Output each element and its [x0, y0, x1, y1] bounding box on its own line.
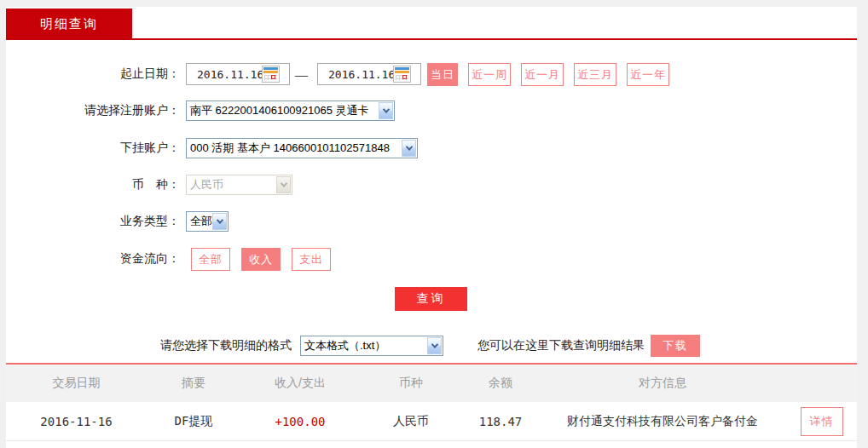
start-date-input[interactable] [187, 68, 262, 81]
chevron-down-icon [379, 102, 393, 119]
row-amount: +100.00 [240, 415, 360, 428]
fund-flow-all-button[interactable]: 全部 [191, 248, 230, 271]
end-date-field[interactable] [317, 63, 421, 85]
header-counterparty: 对方信息 [539, 376, 786, 391]
currency-select: 人民币 [186, 175, 292, 195]
quick-range-today-button[interactable]: 当日 [427, 63, 458, 86]
download-format-value: 文本格式（.txt） [304, 338, 385, 353]
download-row: 请您选择下载明细的格式 文本格式（.txt） 您可以在这里下载查询明细结果 下载 [6, 334, 857, 357]
fund-flow-expense-button[interactable]: 支出 [292, 248, 331, 271]
register-account-label: 请选择注册账户： [6, 103, 180, 118]
tab-underline [6, 38, 857, 40]
currency-label: 币 种： [6, 177, 180, 192]
query-row: 查询 [6, 287, 857, 311]
sub-account-label: 下挂账户： [6, 141, 180, 156]
fund-flow-income-button[interactable]: 收入 [241, 248, 281, 271]
download-format-label: 请您选择下载明细的格式 [160, 338, 292, 353]
business-type-value: 全部 [190, 214, 212, 229]
header-date: 交易日期 [6, 376, 147, 391]
header-currency: 币种 [360, 376, 462, 391]
chevron-down-icon [276, 176, 291, 193]
end-date-input[interactable] [318, 68, 393, 81]
header-in-out: 收入/支出 [240, 376, 360, 391]
date-range-row: 起止日期： — 当日 近一周 近一月 近三月 近一年 [6, 62, 857, 86]
quick-range-quarter-button[interactable]: 近三月 [574, 63, 616, 86]
register-account-select[interactable]: 南平 6222001406100921065 灵通卡 [186, 101, 395, 121]
table-header-row: 交易日期 摘要 收入/支出 币种 余额 对方信息 [6, 365, 857, 402]
start-date-field[interactable] [186, 63, 290, 85]
register-account-row: 请选择注册账户： 南平 6222001406100921065 灵通卡 [6, 101, 857, 121]
row-balance: 118.47 [462, 415, 539, 428]
business-type-row: 业务类型： 全部 [6, 211, 857, 232]
row-summary: DF提现 [147, 414, 240, 429]
download-hint: 您可以在这里下载查询明细结果 [477, 338, 645, 353]
currency-row: 币 种： 人民币 [6, 175, 857, 195]
row-counterparty: 财付通支付科技有限公司客户备付金 [539, 414, 786, 429]
quick-range-year-button[interactable]: 近一年 [627, 63, 669, 86]
row-date: 2016-11-16 [6, 415, 147, 428]
sub-account-row: 下挂账户： 000 活期 基本户 1406600101102571848 [6, 138, 857, 158]
calendar-icon[interactable] [393, 66, 411, 83]
date-range-label: 起止日期： [6, 66, 180, 82]
row-actions: 详情 [786, 407, 857, 436]
chevron-down-icon [427, 337, 442, 354]
query-button[interactable]: 查询 [395, 287, 467, 311]
sub-account-select[interactable]: 000 活期 基本户 1406600101102571848 [186, 138, 418, 158]
detail-query-page: 明细查询 起止日期： — 当日 近一周 近一月 近三月 近一年 请选择注册账户：… [0, 0, 868, 448]
register-account-value: 南平 6222001406100921065 灵通卡 [190, 103, 369, 118]
quick-range-week-button[interactable]: 近一周 [468, 63, 511, 86]
fund-flow-label: 资金流向： [6, 251, 180, 267]
download-button[interactable]: 下载 [651, 335, 700, 357]
detail-button[interactable]: 详情 [801, 407, 843, 436]
chevron-down-icon [212, 213, 227, 230]
download-format-select[interactable]: 文本格式（.txt） [300, 336, 443, 356]
row-currency: 人民币 [360, 414, 462, 429]
table-row: 2016-11-16 DF提现 +100.00 人民币 118.47 财付通支付… [6, 402, 857, 441]
calendar-icon[interactable] [262, 66, 280, 83]
quick-range-month-button[interactable]: 近一月 [521, 63, 564, 86]
tab-detail-query[interactable]: 明细查询 [6, 9, 132, 39]
sub-account-value: 000 活期 基本户 1406600101102571848 [190, 141, 390, 156]
currency-value: 人民币 [190, 177, 223, 192]
chevron-down-icon [402, 140, 416, 157]
fund-flow-row: 资金流向： 全部 收入 支出 [6, 247, 857, 271]
business-type-select[interactable]: 全部 [186, 211, 229, 232]
header-balance: 余额 [462, 376, 539, 391]
business-type-label: 业务类型： [6, 214, 180, 229]
date-range-separator: — [295, 67, 308, 82]
header-summary: 摘要 [147, 376, 240, 391]
